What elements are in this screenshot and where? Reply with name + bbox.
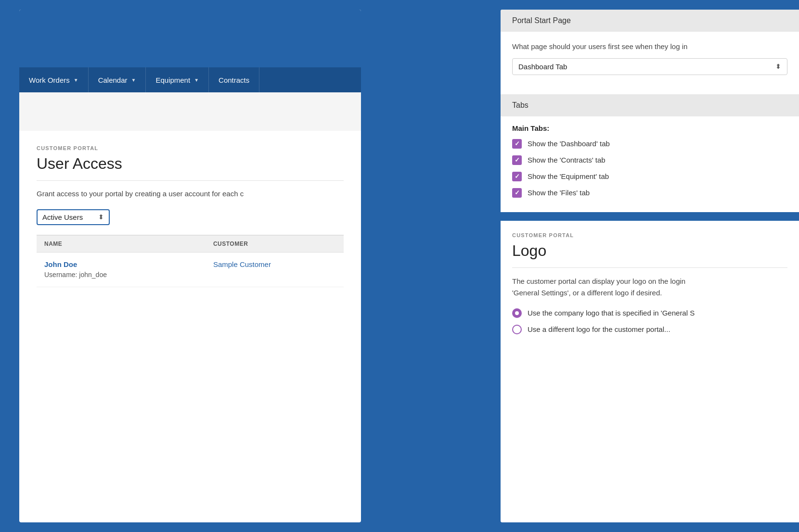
logo-description: The customer portal can display your log… bbox=[512, 276, 787, 299]
logo-title: Logo bbox=[512, 242, 787, 260]
nav-bar: Work Orders ▼ Calendar ▼ Equipment ▼ Con… bbox=[19, 67, 361, 92]
nav-label-work-orders: Work Orders bbox=[29, 76, 70, 84]
main-tabs-label: Main Tabs: bbox=[512, 124, 787, 132]
checkbox-label-dashboard: Show the 'Dashboard' tab bbox=[528, 139, 610, 148]
checkbox-files[interactable] bbox=[512, 188, 522, 198]
checkbox-contracts[interactable] bbox=[512, 155, 522, 165]
checkbox-item-dashboard: Show the 'Dashboard' tab bbox=[512, 139, 787, 149]
nav-item-equipment[interactable]: Equipment ▼ bbox=[146, 67, 209, 92]
logo-section: CUSTOMER PORTAL Logo The customer portal… bbox=[501, 221, 799, 523]
right-panel: Portal Start Page What page should your … bbox=[501, 10, 799, 522]
checkbox-label-equipment: Show the 'Equipment' tab bbox=[528, 172, 609, 180]
checkbox-item-contracts: Show the 'Contracts' tab bbox=[512, 155, 787, 165]
table-row: John Doe Username: john_doe Sample Custo… bbox=[37, 253, 344, 287]
user-access-description: Grant access to your portal by creating … bbox=[37, 189, 344, 200]
portal-start-content: What page should your users first see wh… bbox=[501, 32, 799, 94]
radio-company-logo[interactable] bbox=[512, 308, 522, 318]
radio-item-different-logo: Use a different logo for the customer po… bbox=[512, 325, 787, 334]
portal-start-select[interactable]: Dashboard Tab Contracts Tab Equipment Ta… bbox=[518, 63, 775, 71]
table-cell-customer: Sample Customer bbox=[206, 260, 344, 269]
user-name-link[interactable]: John Doe bbox=[44, 260, 198, 268]
select-arrow-icon: ⬍ bbox=[98, 213, 104, 221]
checkbox-equipment[interactable] bbox=[512, 172, 522, 181]
users-table: NAME CUSTOMER John Doe Username: john_do… bbox=[37, 235, 344, 287]
logo-divider bbox=[512, 267, 787, 268]
left-panel-header bbox=[19, 10, 361, 67]
portal-start-description: What page should your users first see wh… bbox=[512, 41, 787, 52]
user-access-section-label: CUSTOMER PORTAL bbox=[37, 145, 344, 151]
user-username: Username: john_doe bbox=[44, 271, 107, 279]
chevron-down-icon: ▼ bbox=[194, 77, 199, 83]
filter-select[interactable]: Active Users Inactive Users All Users bbox=[42, 213, 98, 221]
col-header-name: NAME bbox=[37, 241, 206, 247]
checkbox-item-files: Show the 'Files' tab bbox=[512, 188, 787, 198]
blue-divider bbox=[501, 212, 799, 221]
radio-label-company-logo: Use the company logo that is specified i… bbox=[528, 309, 695, 317]
logo-section-label: CUSTOMER PORTAL bbox=[512, 232, 787, 238]
nav-item-contracts[interactable]: Contracts bbox=[209, 67, 259, 92]
checkbox-label-files: Show the 'Files' tab bbox=[528, 189, 590, 197]
chevron-down-icon: ▼ bbox=[131, 77, 136, 83]
filter-select-wrapper[interactable]: Active Users Inactive Users All Users ⬍ bbox=[37, 209, 110, 225]
radio-different-logo[interactable] bbox=[512, 325, 522, 334]
portal-start-select-wrapper[interactable]: Dashboard Tab Contracts Tab Equipment Ta… bbox=[512, 58, 787, 75]
portal-start-header: Portal Start Page bbox=[501, 10, 799, 32]
nav-label-equipment: Equipment bbox=[155, 76, 190, 84]
tabs-section: Tabs Main Tabs: Show the 'Dashboard' tab… bbox=[501, 94, 799, 212]
checkbox-label-contracts: Show the 'Contracts' tab bbox=[528, 156, 606, 164]
radio-label-different-logo: Use a different logo for the customer po… bbox=[528, 325, 670, 333]
tabs-header: Tabs bbox=[501, 94, 799, 116]
nav-label-calendar: Calendar bbox=[98, 76, 128, 84]
radio-item-company-logo: Use the company logo that is specified i… bbox=[512, 308, 787, 318]
select-arrow-icon: ⬍ bbox=[775, 63, 781, 70]
checkbox-dashboard[interactable] bbox=[512, 139, 522, 149]
left-content-spacer bbox=[19, 92, 361, 131]
user-access-section: CUSTOMER PORTAL User Access Grant access… bbox=[19, 131, 361, 297]
nav-item-work-orders[interactable]: Work Orders ▼ bbox=[19, 67, 89, 92]
nav-label-contracts: Contracts bbox=[219, 76, 249, 84]
section-divider bbox=[37, 180, 344, 181]
nav-item-calendar[interactable]: Calendar ▼ bbox=[89, 67, 146, 92]
table-cell-name: John Doe Username: john_doe bbox=[37, 260, 206, 279]
portal-start-section: Portal Start Page What page should your … bbox=[501, 10, 799, 94]
customer-link[interactable]: Sample Customer bbox=[213, 260, 271, 268]
checkbox-item-equipment: Show the 'Equipment' tab bbox=[512, 172, 787, 181]
table-header: NAME CUSTOMER bbox=[37, 236, 344, 253]
tabs-content: Main Tabs: Show the 'Dashboard' tab Show… bbox=[501, 116, 799, 212]
user-access-title: User Access bbox=[37, 155, 344, 173]
logo-content: CUSTOMER PORTAL Logo The customer portal… bbox=[501, 221, 799, 353]
col-header-customer: CUSTOMER bbox=[206, 241, 344, 247]
left-panel: Work Orders ▼ Calendar ▼ Equipment ▼ Con… bbox=[19, 10, 361, 522]
chevron-down-icon: ▼ bbox=[74, 77, 78, 83]
